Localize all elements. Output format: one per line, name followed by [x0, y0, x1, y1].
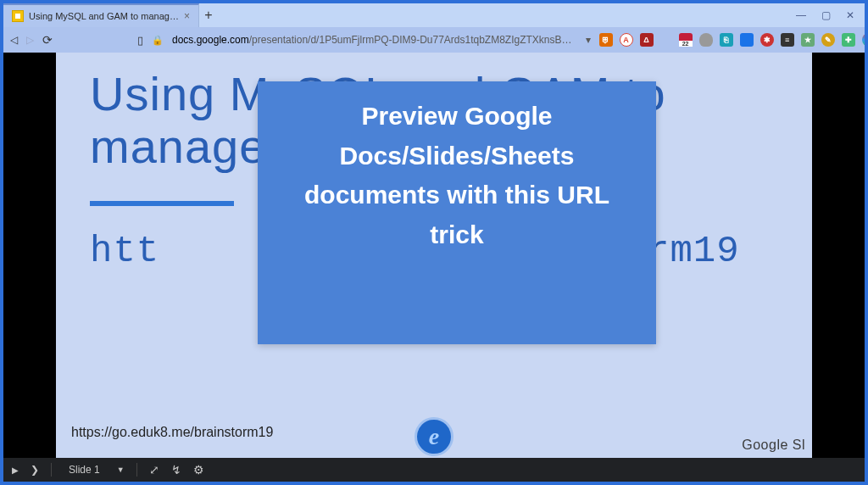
ext-stack-icon[interactable]: ≡ [781, 33, 794, 47]
ext-shield-icon[interactable]: ⛨ [599, 33, 613, 47]
ext-calendar-icon[interactable] [679, 33, 693, 47]
ext-a-icon[interactable]: A [620, 33, 633, 47]
ext-pin-icon[interactable]: ✎ [821, 33, 835, 47]
titlebar: Using MySQL and GAM to manag… × + — ▢ ✕ [3, 3, 865, 27]
window-controls: — ▢ ✕ [786, 3, 865, 27]
eduk8-badge-icon: e [415, 417, 453, 456]
ext-clip-icon[interactable]: ⎘ [720, 33, 733, 47]
ext-puzzle-icon[interactable]: ✚ [842, 33, 855, 47]
slide-link-right: rm19 [647, 230, 740, 272]
ext-blue-icon[interactable] [740, 33, 754, 47]
footer-url: https://go.eduk8.me/brainstorm19 [71, 425, 273, 440]
url-bar: ◁ ▷ ⟳ ▯ 🔒 docs.google.com/presentation/d… [3, 27, 865, 53]
slide-dropdown-icon[interactable]: ▼ [117, 465, 125, 474]
pillarbox-right [812, 53, 865, 458]
presenter-toolbar: ▶ ❯ Slide 1 ▼ ⤢ ↯ ⚙ [3, 458, 865, 482]
ext-bug-icon[interactable]: ✱ [760, 33, 774, 47]
fullscreen-button[interactable]: ⤢ [149, 463, 159, 477]
minimize-icon[interactable]: — [796, 9, 806, 21]
google-slides-brand: Google Sl [742, 438, 805, 453]
next-slide-button[interactable]: ❯ [31, 464, 39, 476]
close-tab-icon[interactable]: × [184, 10, 190, 22]
ext-star-icon[interactable]: ★ [801, 33, 815, 47]
close-window-icon[interactable]: ✕ [846, 9, 854, 21]
ext-d-icon[interactable]: Δ [640, 33, 654, 47]
lock-icon: 🔒 [152, 35, 164, 46]
ext-color-icon[interactable] [862, 33, 868, 47]
slide-link-left: htt [90, 230, 159, 272]
play-button[interactable]: ▶ [12, 465, 19, 475]
toolbar-separator [136, 463, 137, 477]
overlay-text: Preview Google Docs/Slides/Sheets docume… [304, 102, 609, 248]
overlay-caption: Preview Google Docs/Slides/Sheets docume… [258, 81, 656, 344]
bookmark-icon[interactable]: ▯ [137, 34, 143, 47]
browser-tab-active[interactable]: Using MySQL and GAM to manag… × [3, 3, 199, 27]
reload-button[interactable]: ⟳ [42, 33, 53, 47]
url-path: /presentation/d/1P5umFjlrmPQ-DIM9-Du77Ar… [249, 34, 572, 46]
forward-button[interactable]: ▷ [26, 34, 34, 46]
ext-cloud-icon[interactable] [699, 33, 713, 47]
tab-title: Using MySQL and GAM to manag… [29, 11, 179, 21]
url-dropdown-icon[interactable]: ▾ [586, 34, 591, 46]
toolbar-separator [51, 463, 52, 477]
back-button[interactable]: ◁ [10, 34, 18, 46]
settings-button[interactable]: ⚙ [193, 463, 204, 477]
slides-favicon-icon [12, 10, 24, 22]
extension-tray: ⛨ A Δ ⎘ ✱ ≡ ★ ✎ ✚ [599, 33, 868, 47]
slide-footer: https://go.eduk8.me/brainstorm19 e [56, 407, 812, 458]
url-host: docs.google.com [172, 34, 249, 46]
slide-divider [90, 201, 234, 206]
maximize-icon[interactable]: ▢ [821, 9, 831, 21]
url-text[interactable]: docs.google.com/presentation/d/1P5umFjlr… [172, 34, 572, 46]
new-tab-button[interactable]: + [199, 3, 218, 27]
pointer-button[interactable]: ↯ [171, 463, 181, 477]
pillarbox-left [3, 53, 56, 458]
slide-indicator[interactable]: Slide 1 [64, 464, 105, 476]
